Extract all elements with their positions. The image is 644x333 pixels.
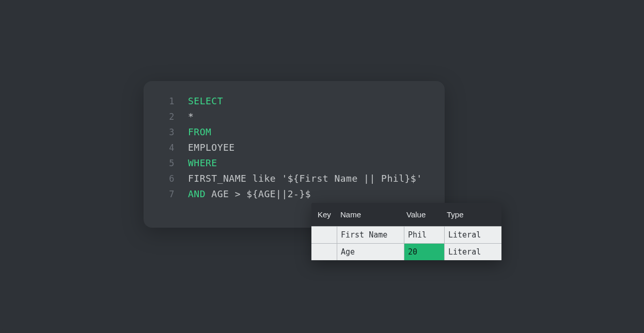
cell-key[interactable]: [311, 244, 337, 260]
cell-name[interactable]: Age: [337, 244, 404, 260]
code-line: 3 FROM: [159, 124, 429, 140]
cell-type[interactable]: Literal: [445, 244, 501, 260]
table-row[interactable]: Age 20 Literal: [311, 243, 501, 260]
header-key[interactable]: Key: [311, 210, 337, 219]
code-content: FIRST_NAME like '${First Name || Phil}$': [188, 171, 422, 186]
line-number: 4: [159, 140, 175, 155]
line-number: 7: [159, 186, 175, 202]
cell-type[interactable]: Literal: [445, 227, 501, 243]
code-content: AND AGE > ${AGE||2-}$: [188, 186, 311, 202]
cell-name[interactable]: First Name: [337, 227, 404, 243]
keyword: WHERE: [188, 157, 217, 168]
line-number: 1: [159, 93, 175, 109]
code-line: 1 SELECT: [159, 93, 429, 109]
code-line: 2 *: [159, 109, 429, 124]
code-content: *: [188, 109, 194, 124]
code-text: AGE > ${AGE||2-}$: [206, 188, 311, 199]
table-row[interactable]: First Name Phil Literal: [311, 226, 501, 243]
cell-value[interactable]: Phil: [404, 227, 445, 243]
keyword: SELECT: [188, 96, 223, 106]
table-body: First Name Phil Literal Age 20 Literal: [311, 226, 501, 260]
code-line: 4 EMPLOYEE: [159, 140, 429, 155]
cell-value-highlighted[interactable]: 20: [404, 244, 445, 260]
code-content: EMPLOYEE: [188, 140, 235, 155]
keyword: AND: [188, 188, 206, 199]
code-line: 6 FIRST_NAME like '${First Name || Phil}…: [159, 171, 429, 186]
code-content: WHERE: [188, 155, 217, 171]
line-number: 3: [159, 124, 175, 140]
code-line: 7 AND AGE > ${AGE||2-}$: [159, 186, 429, 202]
main-container: 1 SELECT 2 * 3 FROM 4 EMPLOYEE 5 WHERE 6…: [0, 0, 644, 333]
line-number: 5: [159, 155, 175, 171]
header-value[interactable]: Value: [403, 210, 444, 219]
header-name[interactable]: Name: [337, 210, 403, 219]
line-number: 2: [159, 109, 175, 124]
code-line: 5 WHERE: [159, 155, 429, 171]
code-content: SELECT: [188, 93, 223, 109]
line-number: 6: [159, 171, 175, 186]
code-content: FROM: [188, 124, 211, 140]
cell-key[interactable]: [311, 227, 337, 243]
table-header: Key Name Value Type: [311, 203, 501, 226]
keyword: FROM: [188, 126, 211, 137]
header-type[interactable]: Type: [444, 210, 501, 219]
parameters-table: Key Name Value Type First Name Phil Lite…: [311, 203, 501, 260]
